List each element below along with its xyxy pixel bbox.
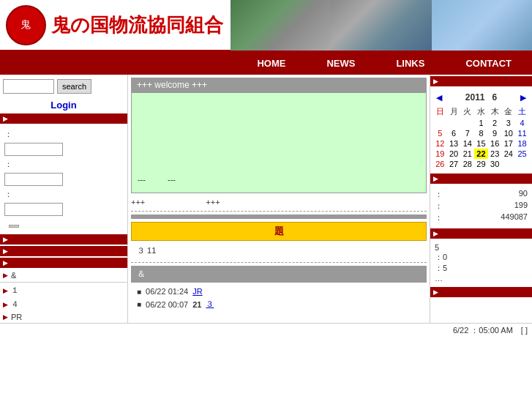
- cal-day[interactable]: 5: [433, 128, 447, 138]
- cal-day[interactable]: [447, 118, 461, 128]
- cal-prev[interactable]: ◀: [436, 93, 442, 102]
- footer-space: [147, 198, 206, 206]
- kanji-bar: 題: [131, 222, 427, 241]
- stats-row-1: ： 90: [435, 189, 528, 200]
- search-input[interactable]: [3, 79, 54, 94]
- cal-th-sat: 土: [515, 105, 529, 118]
- sidebar-nav-1[interactable]: １: [0, 283, 127, 297]
- cal-day[interactable]: 1: [474, 118, 488, 128]
- cal-day[interactable]: 9: [488, 128, 502, 138]
- cal-day[interactable]: 24: [502, 149, 516, 159]
- calendar-table: 日 月 火 水 木 金 土 1 2: [433, 105, 529, 169]
- divider-2: [131, 262, 427, 263]
- form-input-2[interactable]: [4, 173, 63, 186]
- sidebar-section-4: [0, 258, 127, 268]
- cal-th-thu: 木: [488, 105, 502, 118]
- cal-year-month: 2011 6: [465, 92, 497, 102]
- cal-day[interactable]: 7: [460, 128, 474, 138]
- cal-day[interactable]: 15: [474, 138, 488, 149]
- cal-day[interactable]: 21: [460, 149, 474, 159]
- stats-label-1: ：: [435, 189, 443, 200]
- cal-day[interactable]: 23: [488, 149, 502, 159]
- cal-next[interactable]: ▶: [520, 93, 526, 102]
- sidebar-left: search Login ： ： ： & １: [0, 75, 128, 323]
- cal-day[interactable]: 6: [447, 128, 461, 138]
- cal-day[interactable]: 11: [515, 128, 529, 138]
- nav-contact[interactable]: CONTACT: [445, 51, 532, 75]
- cal-day[interactable]: 13: [447, 138, 461, 149]
- footer: 6/22 ：05:00 AM [ ]: [0, 323, 532, 338]
- form-submit-button[interactable]: [9, 225, 19, 228]
- cal-day[interactable]: 17: [502, 138, 516, 149]
- sidebar-colon-block: ： ： ：: [0, 125, 127, 233]
- news-item-2: ■ 06/22 00:07 21 ３: [134, 297, 424, 311]
- news-link-1[interactable]: JR: [192, 287, 202, 296]
- cal-day[interactable]: 30: [488, 159, 502, 169]
- stats-val-2: 199: [514, 201, 528, 212]
- footer-plus-2: +++: [206, 198, 220, 206]
- stats-row-2: ： 199: [435, 201, 528, 212]
- news-num-2: 21: [192, 300, 201, 309]
- sidebar-section-top: [0, 113, 127, 124]
- stats-val-3: 449087: [501, 212, 528, 223]
- stats-row-3: ： 449087: [435, 212, 528, 223]
- form-input-1[interactable]: [4, 143, 63, 156]
- cal-day[interactable]: 19: [433, 149, 447, 159]
- cal-day[interactable]: 10: [502, 128, 516, 138]
- cal-day[interactable]: 27: [447, 159, 461, 169]
- cal-week-5: 26 27 28 29 30: [433, 159, 529, 169]
- cal-day[interactable]: 20: [447, 149, 461, 159]
- dash-2: ---: [168, 175, 176, 184]
- cal-day[interactable]: [433, 118, 447, 128]
- cal-day[interactable]: 16: [488, 138, 502, 149]
- cal-day[interactable]: 12: [433, 138, 447, 149]
- nav-links[interactable]: LINKS: [375, 51, 445, 75]
- right-section-2: [430, 174, 532, 184]
- header: 鬼 鬼の国物流協同組合: [0, 0, 532, 51]
- search-button[interactable]: search: [57, 79, 91, 94]
- form-block-3: [4, 203, 123, 216]
- login-link[interactable]: Login: [0, 98, 127, 112]
- right-section-4: [430, 287, 532, 297]
- stats-block: ： 90 ： 199 ： 449087: [430, 185, 532, 227]
- welcome-content: --- ---: [131, 92, 427, 193]
- cal-day[interactable]: 4: [515, 118, 529, 128]
- sidebar-right: ◀ 2011 6 ▶ 日 月 火 水 木 金 土: [430, 75, 532, 323]
- cal-week-1: 1 2 3 4: [433, 118, 529, 128]
- cal-day[interactable]: 26: [433, 159, 447, 169]
- cal-day[interactable]: 8: [474, 128, 488, 138]
- sidebar-nav-4[interactable]: ４: [0, 297, 127, 311]
- cal-day[interactable]: [460, 118, 474, 128]
- cal-day-today[interactable]: 22: [474, 149, 488, 159]
- bottom-status-1: ：0: [435, 252, 528, 263]
- dash-1: ---: [138, 175, 146, 184]
- sidebar-divider-1: [0, 282, 127, 283]
- nav-home[interactable]: HOME: [236, 51, 306, 75]
- cal-day[interactable]: 14: [460, 138, 474, 149]
- cal-th-sun: 日: [433, 105, 447, 118]
- news-date-1: 06/22 01:24: [146, 287, 188, 296]
- form-input-3[interactable]: [4, 203, 63, 216]
- cal-day[interactable]: 18: [515, 138, 529, 149]
- cal-day[interactable]: 28: [460, 159, 474, 169]
- right-section-top: [430, 76, 532, 86]
- cal-day: [502, 159, 516, 169]
- nav-news[interactable]: NEWS: [306, 51, 375, 75]
- sidebar-nav-amp[interactable]: &: [0, 269, 127, 281]
- calendar-area: ◀ 2011 6 ▶ 日 月 火 水 木 金 土: [430, 88, 532, 172]
- sidebar-section-3: [0, 246, 127, 256]
- cal-day[interactable]: 3: [502, 118, 516, 128]
- layout: search Login ： ： ： & １: [0, 75, 532, 323]
- news-link-2[interactable]: ３: [206, 299, 214, 310]
- sidebar-nav-pr[interactable]: PR: [0, 311, 127, 323]
- welcome-dashes: --- ---: [138, 172, 420, 187]
- main-content: +++ welcome +++ --- --- +++ +++ 題 ３ 11 ＆…: [128, 75, 430, 323]
- cal-day[interactable]: 25: [515, 149, 529, 159]
- bottom-stat-1: 5: [435, 243, 528, 252]
- cal-week-2: 5 6 7 8 9 10 11: [433, 128, 529, 138]
- main-nav: HOME NEWS LINKS CONTACT: [0, 51, 532, 75]
- cal-day[interactable]: 29: [474, 159, 488, 169]
- bottom-status-3: …: [435, 274, 528, 283]
- divider-1: [131, 211, 427, 212]
- cal-day[interactable]: 2: [488, 118, 502, 128]
